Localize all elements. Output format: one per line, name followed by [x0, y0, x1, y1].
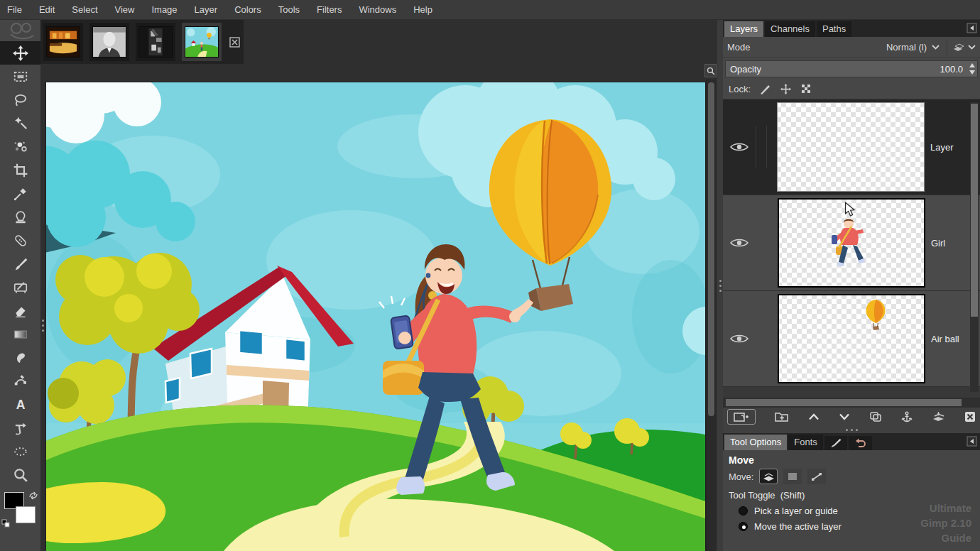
menu-image[interactable]: Image	[151, 4, 177, 15]
dock-menu-button[interactable]	[967, 436, 977, 447]
layer-list-hscrollbar-thumb[interactable]	[726, 399, 962, 406]
crop-tool[interactable]	[0, 158, 40, 182]
image-tab-2[interactable]	[89, 23, 129, 61]
tab-tool-options[interactable]: Tool Options	[724, 435, 787, 450]
canvas-vertical-scrollbar-thumb[interactable]	[708, 82, 714, 416]
layer-name[interactable]: Girl	[931, 238, 945, 249]
layer-list-scrollbar-thumb[interactable]	[971, 104, 978, 317]
clone-stamp-icon	[13, 209, 28, 225]
layer-row-girl[interactable]: Girl	[723, 195, 980, 291]
background-color-swatch[interactable]	[16, 506, 36, 523]
layer-name[interactable]: Layer	[930, 142, 954, 153]
default-colors-icon[interactable]	[1, 519, 10, 528]
close-icon	[229, 37, 240, 48]
new-layer-button[interactable]	[727, 409, 756, 425]
dock-menu-button[interactable]	[967, 23, 977, 33]
image-tab-3[interactable]	[136, 23, 175, 61]
layer-name[interactable]: Air ball	[931, 334, 959, 344]
image-tab-4-active[interactable]	[182, 23, 222, 61]
spin-down-icon	[969, 70, 976, 75]
canvas-image[interactable]	[46, 82, 705, 551]
gradient-tool[interactable]	[0, 322, 40, 346]
layer-thumbnail-girl[interactable]	[778, 198, 925, 288]
image-tab-1[interactable]	[43, 23, 83, 61]
select-by-color-tool[interactable]	[0, 135, 40, 158]
ink-tool[interactable]	[0, 276, 40, 299]
move-selection-button[interactable]	[783, 469, 802, 484]
mode-dropdown[interactable]: Normal (l)	[886, 42, 940, 53]
lock-position-icon[interactable]	[780, 83, 792, 95]
close-image-tab-button[interactable]	[229, 37, 240, 48]
radio-icon	[739, 506, 748, 515]
menu-select[interactable]: Select	[72, 4, 97, 15]
menu-layer[interactable]: Layer	[195, 4, 218, 15]
wilber-logo	[0, 20, 40, 41]
visibility-toggle[interactable]	[723, 141, 756, 153]
text-tool[interactable]: A	[0, 393, 40, 416]
menu-help[interactable]: Help	[413, 4, 432, 15]
rectangle-select-tool[interactable]	[0, 65, 40, 88]
chevron-down-icon	[839, 413, 850, 420]
move-layer-button[interactable]	[759, 469, 778, 484]
menu-file[interactable]: File	[7, 4, 22, 15]
opacity-slider[interactable]: Opacity 100.0	[725, 60, 978, 77]
eraser-tool[interactable]	[0, 299, 40, 322]
color-picker-tool[interactable]	[0, 182, 40, 205]
heal-tool[interactable]	[0, 229, 40, 252]
clone-tool[interactable]	[0, 205, 40, 229]
tab-brushes[interactable]	[824, 436, 847, 450]
paintbrush-tool[interactable]	[0, 252, 40, 276]
visibility-toggle[interactable]	[723, 237, 756, 249]
layer-buttons	[723, 408, 980, 426]
layer-list: Layer	[723, 99, 980, 398]
menu-windows[interactable]: Windows	[359, 4, 396, 15]
toolbox-splitter-handle[interactable]	[40, 304, 45, 347]
menu-colors[interactable]: Colors	[234, 4, 261, 15]
tab-paths[interactable]: Paths	[817, 21, 851, 37]
duplicate-layer-button[interactable]	[869, 409, 882, 425]
smudge-tool[interactable]	[0, 346, 40, 369]
menu-tools[interactable]: Tools	[278, 4, 300, 15]
zoom-tool[interactable]	[0, 463, 40, 486]
swap-colors-icon[interactable]	[28, 491, 38, 501]
tab-channels[interactable]: Channels	[765, 21, 815, 37]
measure-tool[interactable]	[0, 440, 40, 463]
lock-alpha-icon[interactable]	[800, 83, 812, 95]
layer-thumbnail-transparent[interactable]	[777, 102, 925, 192]
lock-row: Lock:	[723, 80, 980, 99]
layer-list-hscrollbar[interactable]	[723, 398, 980, 408]
tab-fonts[interactable]: Fonts	[788, 435, 823, 450]
new-layer-icon	[734, 411, 749, 422]
menu-filters[interactable]: Filters	[317, 4, 342, 15]
new-layer-group-button[interactable]	[775, 409, 789, 425]
anchor-layer-button[interactable]	[901, 409, 913, 425]
raise-layer-button[interactable]	[808, 409, 820, 425]
tab-layers[interactable]: Layers	[724, 21, 763, 37]
merge-layer-button[interactable]	[932, 409, 945, 425]
paths-tool[interactable]	[0, 369, 40, 393]
mode-switch-dropdown[interactable]	[947, 40, 976, 55]
layer-row-air-ball[interactable]: Air ball	[723, 291, 980, 387]
canvas-zoom-toggle-button[interactable]	[704, 64, 717, 77]
move-path-button[interactable]	[807, 469, 826, 484]
tab-undo-history[interactable]	[849, 436, 872, 450]
lock-pixels-icon[interactable]	[759, 83, 771, 95]
lower-layer-button[interactable]	[839, 409, 850, 425]
panel-splitter-handle[interactable]	[717, 20, 723, 551]
dock-resize-handle[interactable]	[723, 426, 980, 433]
layer-thumbnail-air-balloon[interactable]	[778, 294, 925, 383]
menu-edit[interactable]: Edit	[39, 4, 55, 15]
layer-list-scrollbar[interactable]	[970, 102, 979, 392]
fuzzy-select-tool[interactable]	[0, 111, 40, 135]
right-dock-panel: Layers Channels Paths Mode Normal (l) Op…	[723, 20, 980, 551]
radio-label: Pick a layer or guide	[754, 506, 838, 516]
visibility-toggle[interactable]	[723, 333, 756, 344]
shear-tool[interactable]	[0, 416, 40, 440]
menu-view[interactable]: View	[115, 4, 135, 15]
move-tool[interactable]	[0, 41, 40, 65]
free-select-tool[interactable]	[0, 88, 40, 111]
layer-row-layer[interactable]: Layer	[723, 99, 980, 195]
delete-layer-button[interactable]	[964, 409, 976, 425]
canvas-vertical-scrollbar[interactable]	[706, 80, 716, 551]
opacity-spinner[interactable]	[969, 62, 976, 75]
